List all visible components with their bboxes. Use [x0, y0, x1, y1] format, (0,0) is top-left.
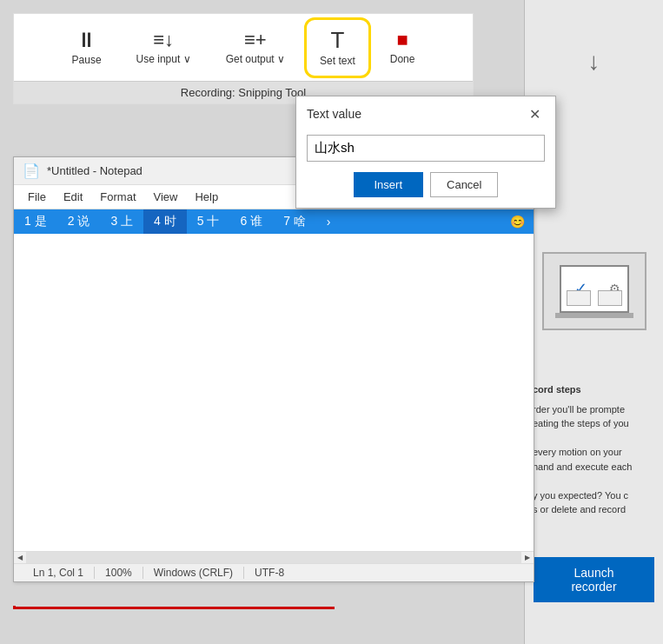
menu-format[interactable]: Format: [93, 189, 143, 205]
notepad-hscrollbar[interactable]: ◀ ▶: [14, 551, 534, 563]
steps-title: cord steps: [533, 382, 654, 397]
pause-label: Pause: [72, 54, 102, 66]
dialog-title-bar: Text value ✕: [296, 96, 555, 131]
menu-file[interactable]: File: [21, 189, 53, 205]
notepad-icon: 📄: [23, 163, 40, 179]
ime-item-3[interactable]: 3 上: [100, 209, 143, 234]
steps-text-5: y you expected? You c: [533, 488, 654, 503]
dialog-buttons: Insert Cancel: [307, 172, 545, 197]
menu-help[interactable]: Help: [188, 189, 225, 205]
set-text-icon: T: [330, 29, 344, 51]
red-border-highlight: [13, 606, 335, 609]
statusbar-line-ending: Windows (CRLF): [143, 567, 244, 579]
notepad-title: *Untitled - Notepad: [47, 164, 143, 177]
ime-emoji-icon[interactable]: 😊: [501, 210, 534, 233]
steps-text-6: s or delete and record: [533, 502, 654, 517]
notepad-window: 📄 *Untitled - Notepad File Edit Format V…: [13, 156, 534, 582]
launch-recorder-button[interactable]: Launch recorder: [534, 557, 654, 602]
device-illustration: ✓ ⚙: [534, 230, 655, 352]
done-button[interactable]: ■ Done: [381, 26, 424, 70]
set-text-button[interactable]: T Set text: [311, 24, 364, 71]
ime-suggestion-bar[interactable]: 1 是 2 说 3 上 4 时 5 十 6 谁 7 啥 › 😊: [14, 209, 534, 234]
ime-item-1[interactable]: 1 是: [14, 209, 57, 234]
toolbar: ⏸ Pause ≡↓ Use input ∨ ≡+ Get output ∨ T…: [13, 13, 474, 104]
text-value-input[interactable]: [307, 135, 545, 162]
dialog-close-button[interactable]: ✕: [524, 103, 545, 124]
cancel-button[interactable]: Cancel: [430, 172, 498, 197]
menu-edit[interactable]: Edit: [56, 189, 90, 205]
statusbar-position: Ln 1, Col 1: [23, 567, 95, 579]
steps-text-4: hand and execute each: [533, 460, 654, 475]
ime-item-7[interactable]: 7 啥: [273, 209, 316, 234]
use-input-button[interactable]: ≡↓ Use input ∨: [128, 26, 200, 70]
ime-more-icon[interactable]: ›: [316, 210, 341, 233]
hscroll-left-button[interactable]: ◀: [14, 552, 26, 564]
menu-view[interactable]: View: [147, 189, 185, 205]
steps-text-2: eating the steps of you: [533, 416, 654, 431]
use-input-icon: ≡↓: [153, 30, 174, 50]
steps-content: cord steps rder you'll be prompte eating…: [524, 374, 663, 526]
ime-item-4[interactable]: 4 时: [143, 209, 187, 234]
get-output-label: Get output ∨: [226, 53, 285, 65]
notepad-statusbar: Ln 1, Col 1 100% Windows (CRLF) UTF-8: [14, 563, 534, 581]
steps-text-1: rder you'll be prompte: [533, 402, 654, 417]
statusbar-encoding: UTF-8: [244, 567, 295, 579]
get-output-button[interactable]: ≡+ Get output ∨: [217, 26, 294, 70]
set-text-label: Set text: [320, 55, 355, 67]
pause-button[interactable]: ⏸ Pause: [63, 25, 110, 70]
use-input-label: Use input ∨: [136, 53, 191, 65]
pause-icon: ⏸: [76, 30, 97, 50]
ime-item-5[interactable]: 5 十: [187, 209, 230, 234]
statusbar-zoom: 100%: [95, 567, 143, 579]
steps-text-3: every motion on your: [533, 445, 654, 460]
hscroll-track[interactable]: [26, 552, 521, 564]
done-icon: ■: [396, 30, 408, 50]
hscroll-right-button[interactable]: ▶: [521, 552, 534, 564]
notepad-text-area[interactable]: [14, 234, 534, 551]
text-value-dialog: Text value ✕ Insert Cancel: [295, 96, 556, 209]
ime-item-6[interactable]: 6 谁: [229, 209, 273, 234]
done-label: Done: [390, 53, 415, 65]
arrow-down-icon: ↓: [588, 48, 600, 76]
get-output-icon: ≡+: [244, 30, 267, 50]
ime-item-2[interactable]: 2 说: [57, 209, 101, 234]
dialog-title: Text value: [307, 107, 361, 121]
dialog-body: Insert Cancel: [296, 131, 555, 208]
insert-button[interactable]: Insert: [354, 172, 424, 197]
